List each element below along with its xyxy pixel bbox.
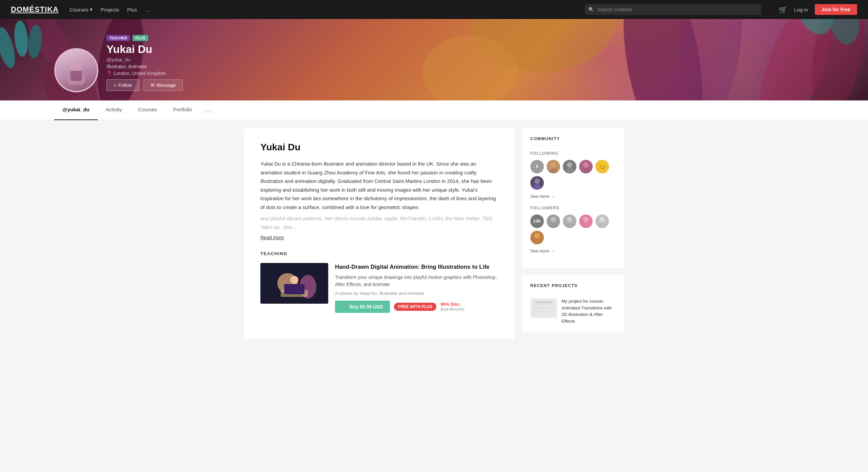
svg-point-39 [598,223,606,228]
project-thumbnail [530,298,557,318]
svg-rect-23 [284,284,304,294]
nav-links: Courses ▾ Projects Plus ... [70,6,150,13]
bio-text-faded: and playful vibrant patterns. Her client… [260,214,498,230]
free-plus-badge: FREE WITH PLUS [394,303,436,311]
community-title: COMMUNITY [530,136,616,146]
svg-point-29 [582,168,590,173]
svg-point-40 [534,233,540,239]
login-link[interactable]: Log in [794,7,808,13]
svg-point-26 [567,162,572,168]
svg-point-38 [599,217,605,222]
svg-point-30 [534,178,540,184]
profile-location: 📍 London, United Kingdom [106,71,183,76]
course-desc: Transform your unique drawings into play… [335,274,498,288]
following-avatar-4[interactable]: 😊 [595,160,609,173]
buy-button[interactable]: 🛒 Buy $0.99 USD [335,301,390,313]
profile-name: Yukai Du [106,43,183,56]
arrow-right-icon: → [551,194,555,199]
cart-small-icon: 🛒 [342,304,348,309]
svg-point-31 [533,184,541,190]
svg-point-28 [583,162,589,168]
plus-badge: PLUS [133,35,148,41]
profile-meta: TEACHER PLUS Yukai Du @yukai_du Illustra… [106,35,183,92]
recent-projects-title: RECENT PROJECTS [530,283,616,292]
follower-avatar-1[interactable] [547,214,560,228]
nav-plus[interactable]: Plus [127,7,137,13]
cart-icon[interactable]: 🛒 [779,5,787,14]
course-thumbnail[interactable] [260,263,328,304]
course-info: Hand-Drawn Digital Animation: Bring Illu… [335,263,498,313]
follower-avatar-5[interactable] [530,231,544,244]
plus-icon: + [114,82,116,88]
svg-point-41 [533,239,541,244]
tab-portfolio[interactable]: Portfolio [165,100,200,120]
svg-rect-17 [71,71,82,81]
svg-point-4 [13,20,29,57]
logo[interactable]: DOMÉSTIKA [11,5,59,14]
navbar: DOMÉSTIKA Courses ▾ Projects Plus ... 🔍 … [0,0,868,19]
message-button[interactable]: ✉ Message [143,79,183,91]
teacher-badge: TEACHER [106,35,130,41]
profile-badges: TEACHER PLUS [106,35,183,41]
project-title: My project for course: Animated Transiti… [561,298,616,324]
profile-tabs: @yukai_du Activity Courses Portfolio ... [0,100,868,120]
course-card: Hand-Drawn Digital Animation: Bring Illu… [260,263,498,313]
nav-right: 🛒 Log in Join for Free [779,4,857,15]
svg-point-32 [551,217,556,222]
following-see-more[interactable]: See more → [530,194,616,199]
profile-info: TEACHER PLUS Yukai Du @yukai_du Illustra… [54,35,183,92]
svg-rect-47 [535,301,552,303]
tab-courses[interactable]: Courses [130,100,165,120]
chevron-down-icon: ▾ [90,6,93,13]
nav-more[interactable]: ... [145,7,150,13]
following-avatars: 6 😊 [530,160,616,190]
following-avatar-1[interactable] [547,160,560,173]
followers-label: FOLLOWERS [530,206,616,210]
tab-more[interactable]: ... [200,100,216,120]
svg-point-27 [566,168,574,173]
nav-projects[interactable]: Projects [101,7,119,13]
svg-point-15 [71,60,82,72]
follow-button[interactable]: + Follow [106,79,139,91]
course-author: A course by Yukai Du, Illustrator and An… [335,291,498,296]
arrow-right-icon-2: → [551,248,555,253]
svg-point-34 [567,217,572,222]
svg-point-33 [549,223,557,228]
bio-name: Yukai Du [260,142,498,153]
svg-point-36 [583,217,589,222]
read-more-link[interactable]: Read more [260,235,284,240]
search-wrap: 🔍 [585,4,761,15]
following-avatar-3[interactable] [579,160,593,173]
profile-actions: + Follow ✉ Message [106,79,183,91]
main-content: Yukai Du Yukai Du is a Chinese-born illu… [190,120,678,347]
bio-text: Yukai Du is a Chinese-born illustrator a… [260,159,498,211]
following-label: FOLLOWING [530,151,616,156]
avatar [54,48,98,92]
join-button[interactable]: Join for Free [815,4,857,15]
svg-point-24 [551,162,556,168]
recent-projects-section: RECENT PROJECTS My project fo [522,275,624,333]
following-count-badge: 6 [530,160,544,173]
follower-avatar-3[interactable] [579,214,593,228]
follower-avatar-4[interactable] [595,214,609,228]
tab-yukai-du[interactable]: @yukai_du [54,100,98,120]
original-price: $19.99 USD [440,307,465,312]
followers-count-badge: 13K [530,214,544,228]
tab-activity[interactable]: Activity [98,100,130,120]
follower-avatar-2[interactable] [563,214,576,228]
following-avatar-2[interactable] [563,160,576,173]
svg-point-37 [582,223,590,228]
profile-handle: @yukai_du [106,57,183,62]
course-title: Hand-Drawn Digital Animation: Bring Illu… [335,263,498,271]
mail-icon: ✉ [151,82,155,88]
nav-courses[interactable]: Courses ▾ [70,6,93,13]
course-actions: 🛒 Buy $0.99 USD FREE WITH PLUS 95% Disc.… [335,301,498,313]
community-section: COMMUNITY FOLLOWING 6 😊 [522,128,624,268]
location-icon: 📍 [106,71,112,76]
following-avatar-5[interactable] [530,176,544,190]
followers-see-more[interactable]: See more → [530,248,616,253]
recent-project-item[interactable]: My project for course: Animated Transiti… [530,298,616,324]
profile-title: Illustrator, Animator [106,64,183,69]
content-left: Yukai Du Yukai Du is a Chinese-born illu… [244,128,514,339]
search-input[interactable] [585,4,761,15]
